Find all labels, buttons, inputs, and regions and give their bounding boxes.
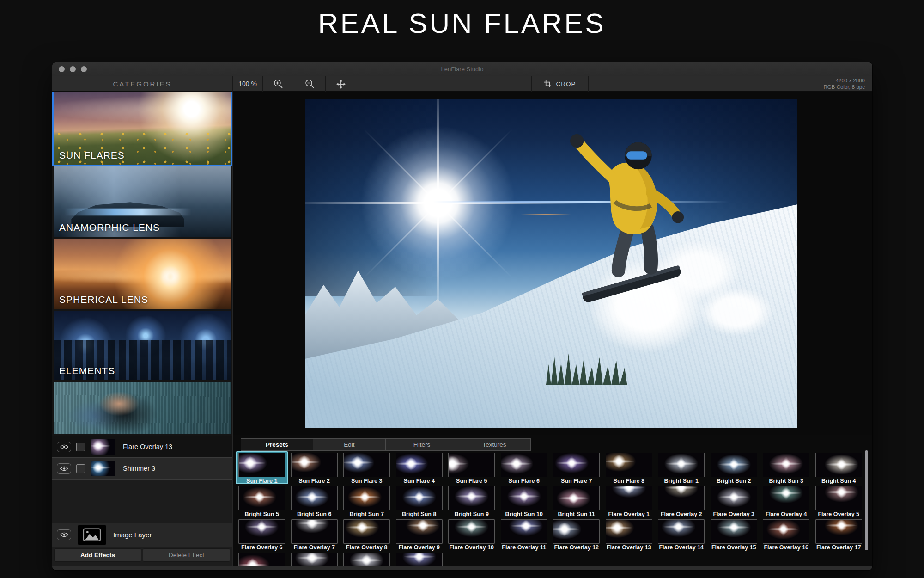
preset-bright-sun-8[interactable]: Bright Sun 8 [393,485,446,517]
preset-sun-flare-2[interactable]: Sun Flare 2 [288,451,341,484]
layer-visibility-toggle[interactable] [57,442,71,452]
preset-bright-sun-4[interactable]: Bright Sun 4 [813,451,865,484]
preset-flare-overlay-4[interactable]: Flare Overlay 4 [760,485,813,517]
image-layer-thumbnail [78,525,106,545]
preset-bright-sun-1[interactable]: Bright Sun 1 [655,451,708,484]
preset-flare-overlay-12[interactable]: Flare Overlay 12 [550,518,603,551]
preset-sun-flare-4[interactable]: Sun Flare 4 [393,451,446,484]
layer-row-flare-overlay-13[interactable]: Flare Overlay 13 [52,436,232,458]
tab-textures[interactable]: Textures [458,438,531,451]
preset-flare-overlay-3[interactable]: Flare Overlay 3 [708,485,760,517]
preset-bright-sun-3[interactable]: Bright Sun 3 [760,451,813,484]
preset-flare-overlay-17[interactable]: Flare Overlay 17 [813,518,865,551]
preset-label: Flare Overlay 16 [764,544,808,551]
preset-partial[interactable] [340,551,393,567]
crop-button[interactable]: CROP [532,76,588,92]
maximize-button[interactable] [81,66,87,72]
layer-buttons: Add Effects Delete Effect [52,547,232,563]
preset-sun-flare-5[interactable]: Sun Flare 5 [445,451,498,484]
tab-presets[interactable]: Presets [241,438,313,451]
preset-bright-sun-2[interactable]: Bright Sun 2 [708,451,760,484]
crop-icon [544,80,552,88]
close-button[interactable] [59,66,65,72]
add-effects-button[interactable]: Add Effects [54,548,141,562]
preset-flare-overlay-13[interactable]: Flare Overlay 13 [603,518,656,551]
preset-thumbnail [553,519,600,544]
crop-label: CROP [556,80,576,87]
preset-sun-flare-6[interactable]: Sun Flare 6 [498,451,551,484]
preset-thumbnail [238,519,285,544]
preset-flare-overlay-9[interactable]: Flare Overlay 9 [393,518,446,551]
category-item-sun-flares[interactable]: SUN FLARES [54,92,231,165]
zoom-in-button[interactable] [263,76,293,92]
preset-flare-overlay-7[interactable]: Flare Overlay 7 [288,518,341,551]
preset-flare-overlay-16[interactable]: Flare Overlay 16 [760,518,813,551]
zoom-level-label: 100 % [233,76,262,92]
preset-sun-flare-3[interactable]: Sun Flare 3 [340,451,393,484]
preset-label: Bright Sun 11 [558,511,595,517]
presets-scrollbar[interactable] [865,450,868,550]
layer-checkbox[interactable] [76,443,85,451]
preset-label: Bright Sun 4 [821,478,856,484]
preset-flare-overlay-5[interactable]: Flare Overlay 5 [813,485,865,517]
delete-effect-button[interactable]: Delete Effect [143,548,230,562]
preset-partial[interactable] [288,551,341,567]
preset-flare-overlay-15[interactable]: Flare Overlay 15 [708,518,760,551]
categories-header: CATEGORIES [52,76,232,92]
preset-thumbnail [238,553,285,567]
preset-grid: Sun Flare 1 Sun Flare 2 Sun Flare 3 Sun … [236,451,865,567]
tab-filters[interactable]: Filters [386,438,458,451]
category-item-portrait[interactable] [54,382,231,434]
photo-document[interactable] [305,99,797,428]
zoom-out-icon [305,79,315,89]
preset-bright-sun-6[interactable]: Bright Sun 6 [288,485,341,517]
layer-name: Flare Overlay 13 [123,443,172,450]
preset-thumbnail [448,486,495,510]
category-item-anamorphic-lens[interactable]: ANAMORPHIC LENS [54,166,231,237]
preset-bright-sun-10[interactable]: Bright Sun 10 [498,485,551,517]
preset-label: Sun Flare 4 [404,478,435,484]
preset-sun-flare-8[interactable]: Sun Flare 8 [603,451,656,484]
preset-bright-sun-5[interactable]: Bright Sun 5 [236,485,288,517]
toolbar-separator [232,76,233,92]
preset-bright-sun-11[interactable]: Bright Sun 11 [550,485,603,517]
preset-flare-overlay-8[interactable]: Flare Overlay 8 [340,518,393,551]
preset-sun-flare-7[interactable]: Sun Flare 7 [550,451,603,484]
preset-sun-flare-1[interactable]: Sun Flare 1 [236,451,288,484]
layer-visibility-toggle[interactable] [57,463,71,474]
preset-label: Bright Sun 3 [769,478,803,484]
tab-edit[interactable]: Edit [313,438,386,451]
image-layer-row[interactable]: Image Layer [52,523,232,547]
preset-flare-overlay-2[interactable]: Flare Overlay 2 [655,485,708,517]
preset-partial[interactable] [393,551,446,567]
minimize-button[interactable] [70,66,76,72]
move-tool-button[interactable] [326,76,356,92]
canvas-area [233,92,872,435]
preset-partial[interactable] [236,551,288,567]
preset-label: Flare Overlay 12 [554,544,599,551]
preset-label: Flare Overlay 10 [449,544,494,551]
zoom-out-button[interactable] [294,76,325,92]
preset-flare-overlay-1[interactable]: Flare Overlay 1 [603,485,656,517]
preset-thumbnail [343,553,390,567]
layer-row-shimmer-3[interactable]: Shimmer 3 [52,458,232,480]
sun-flare [350,115,526,291]
preset-flare-overlay-10[interactable]: Flare Overlay 10 [445,518,498,551]
preset-flare-overlay-11[interactable]: Flare Overlay 11 [498,518,551,551]
preset-thumbnail [606,453,652,477]
preset-thumbnail [291,486,338,510]
category-item-elements[interactable]: ELEMENTS [54,311,231,380]
preset-label: Flare Overlay 9 [398,544,440,551]
preset-bright-sun-7[interactable]: Bright Sun 7 [340,485,393,517]
preset-flare-overlay-14[interactable]: Flare Overlay 14 [655,518,708,551]
image-layer-visibility-toggle[interactable] [57,529,71,540]
preset-flare-overlay-6[interactable]: Flare Overlay 6 [236,518,288,551]
layer-thumbnail [91,439,116,455]
preset-bright-sun-9[interactable]: Bright Sun 9 [445,485,498,517]
layer-checkbox[interactable] [76,464,85,473]
category-item-spherical-lens[interactable]: SPHERICAL LENS [54,239,231,309]
titlebar: LenFlare Studio [52,62,872,76]
preset-thumbnail [501,453,547,477]
category-label: SPHERICAL LENS [59,294,148,305]
preset-label: Flare Overlay 14 [659,544,704,551]
